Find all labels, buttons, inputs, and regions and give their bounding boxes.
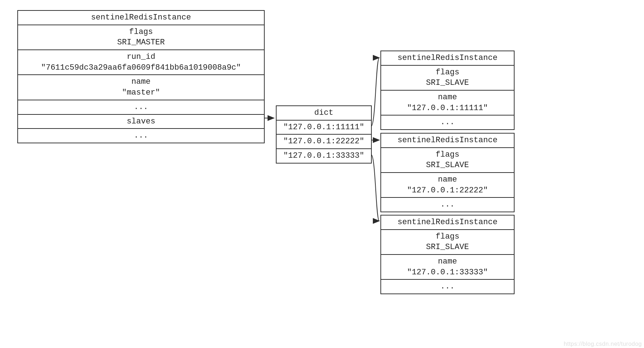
watermark-text: https://blog.csdn.net/turodog: [564, 341, 642, 347]
master-name-label: name: [132, 77, 151, 86]
slave3-name-value: "127.0.0.1:33333": [407, 268, 488, 277]
slave-instance-box-3: sentinelRedisInstance flags SRI_SLAVE na…: [380, 215, 515, 294]
master-ellipsis-1: ...: [18, 100, 264, 115]
slave2-name-row: name "127.0.0.1:22222": [381, 173, 514, 198]
slave2-flags-label: flags: [436, 150, 459, 159]
slave2-name-label: name: [438, 175, 457, 184]
slave1-flags-row: flags SRI_SLAVE: [381, 66, 514, 91]
slave1-name-label: name: [438, 93, 457, 102]
slave2-name-value: "127.0.0.1:22222": [407, 186, 488, 195]
dict-box: dict "127.0.0.1:11111" "127.0.0.1:22222"…: [276, 105, 372, 164]
master-flags-label: flags: [129, 27, 153, 36]
diagram-canvas: sentinelRedisInstance flags SRI_MASTER r…: [0, 0, 644, 348]
slave-instance-box-2: sentinelRedisInstance flags SRI_SLAVE na…: [380, 133, 515, 212]
slave3-name-label: name: [438, 257, 457, 266]
master-instance-box: sentinelRedisInstance flags SRI_MASTER r…: [17, 10, 265, 143]
arrow-dict-to-slave1: [371, 58, 379, 126]
arrow-dict-to-slave3: [371, 155, 379, 221]
master-slaves-row: slaves: [18, 115, 264, 129]
master-runid-value: "7611c59dc3a29aa6fa0609f841bb6a1019008a9…: [41, 63, 241, 72]
master-name-value: "master": [122, 88, 160, 97]
dict-entry-2: "127.0.0.1:33333": [277, 149, 371, 163]
slave3-flags-value: SRI_SLAVE: [426, 243, 469, 252]
slave2-title: sentinelRedisInstance: [381, 134, 514, 148]
slave2-flags-value: SRI_SLAVE: [426, 161, 469, 170]
slave3-title: sentinelRedisInstance: [381, 216, 514, 230]
slave1-name-row: name "127.0.0.1:11111": [381, 91, 514, 116]
slave3-flags-row: flags SRI_SLAVE: [381, 230, 514, 255]
slave-instance-box-1: sentinelRedisInstance flags SRI_SLAVE na…: [380, 51, 515, 130]
slave1-name-value: "127.0.0.1:11111": [407, 104, 488, 113]
master-name-row: name "master": [18, 75, 264, 100]
master-flags-row: flags SRI_MASTER: [18, 25, 264, 50]
slave2-ellipsis: ...: [381, 198, 514, 212]
slave1-flags-label: flags: [436, 68, 459, 77]
slave3-flags-label: flags: [436, 232, 459, 241]
master-flags-value: SRI_MASTER: [117, 38, 165, 47]
master-ellipsis-2: ...: [18, 129, 264, 143]
dict-title: dict: [277, 106, 371, 121]
master-runid-row: run_id "7611c59dc3a29aa6fa0609f841bb6a10…: [18, 50, 264, 75]
master-runid-label: run_id: [127, 52, 155, 61]
slave2-flags-row: flags SRI_SLAVE: [381, 148, 514, 173]
slave1-title: sentinelRedisInstance: [381, 51, 514, 66]
slave1-flags-value: SRI_SLAVE: [426, 78, 469, 87]
slave3-ellipsis: ...: [381, 280, 514, 293]
master-title: sentinelRedisInstance: [18, 11, 264, 25]
dict-entry-1: "127.0.0.1:22222": [277, 135, 371, 149]
slave3-name-row: name "127.0.0.1:33333": [381, 255, 514, 280]
dict-entry-0: "127.0.0.1:11111": [277, 121, 371, 135]
slave1-ellipsis: ...: [381, 116, 514, 129]
